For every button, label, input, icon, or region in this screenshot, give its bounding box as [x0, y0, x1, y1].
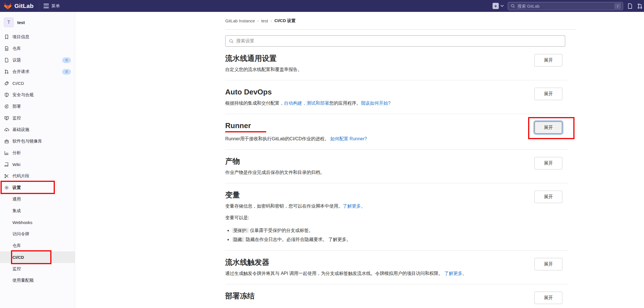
section-title: 产物: [225, 156, 508, 166]
gear-icon: [4, 185, 9, 190]
configure-runner-link[interactable]: 如何配置 Runner?: [330, 136, 367, 141]
slash-shortcut-key: /: [614, 3, 621, 9]
deploy-icon: [4, 104, 9, 109]
plus-icon: +: [493, 3, 499, 9]
sidebar-item-monitor[interactable]: 监控: [0, 112, 75, 124]
settings-search-box[interactable]: [225, 35, 565, 47]
sidebar-item-settings[interactable]: 设置: [0, 182, 75, 193]
issues-icon: [4, 58, 9, 63]
section-auto-devops: Auto DevOps 根据持续的集成和交付配置，自动构建，测试和部署您的应用程…: [225, 80, 568, 114]
section-pipeline-triggers: 流水线触发器 通过生成触发令牌并将其与 API 调用一起使用，为分支或标签触发流…: [225, 251, 568, 284]
search-icon: [229, 39, 234, 44]
section-title: 部署冻结: [225, 291, 508, 301]
section-runner: Runner Runner用于接收和执行GitLab的CI/CD作业的进程。 如…: [225, 114, 568, 150]
protected-badge: 受保护:: [232, 228, 249, 233]
sidebar-subitem-monitor[interactable]: 监控: [0, 263, 75, 275]
breadcrumb-root[interactable]: GitLab Instance: [225, 18, 255, 23]
sidebar-subitem-access-tokens[interactable]: 访问令牌: [0, 228, 75, 240]
sidebar-subitem-webhooks[interactable]: Webhooks: [0, 217, 75, 228]
scissors-icon: [4, 174, 9, 178]
merge-requests-icon[interactable]: [637, 3, 643, 9]
breadcrumb-divider: [225, 29, 576, 30]
section-variables: 变量 变量存储信息，如密码和密钥，您可以在作业脚本中使用。了解更多。 变量可以是…: [225, 183, 568, 251]
sidebar-item-issues[interactable]: 议题 0: [0, 54, 75, 66]
expand-button[interactable]: 展开: [534, 191, 562, 203]
global-search-input[interactable]: [515, 4, 614, 8]
learn-more-link[interactable]: 了解更多。: [328, 237, 351, 242]
sidebar-item-infrastructure[interactable]: 基础设施: [0, 124, 75, 135]
merge-request-icon: [4, 69, 9, 74]
chart-icon: [4, 150, 9, 155]
gitlab-tanuki-icon: [4, 2, 12, 10]
sidebar-subitem-repository[interactable]: 仓库: [0, 240, 75, 251]
search-icon: [511, 4, 515, 8]
section-artifacts: 产物 作业产物是作业完成后保存的文件和目录的归档。 展开: [225, 150, 568, 183]
issues-icon[interactable]: [627, 3, 633, 9]
section-title: 流水线触发器: [225, 257, 508, 267]
sidebar-item-security[interactable]: 安全与合规: [0, 89, 75, 101]
project-header[interactable]: T test: [0, 15, 75, 31]
sidebar-subitem-general[interactable]: 通用: [0, 193, 75, 205]
breadcrumb: GitLab Instance › test › CI/CD 设置: [225, 18, 568, 23]
issues-count-badge: 0: [62, 57, 71, 63]
sidebar-item-wiki[interactable]: Wiki: [0, 159, 75, 170]
project-name: test: [17, 20, 25, 25]
expand-button[interactable]: 展开: [534, 54, 562, 66]
breadcrumb-current: CI/CD 设置: [274, 18, 296, 23]
new-item-dropdown[interactable]: +: [493, 3, 504, 9]
cloud-gear-icon: [4, 127, 9, 132]
chevron-right-icon: ›: [257, 19, 259, 23]
list-item: 受保护: 仅暴露于受保护的分支或标签。: [232, 227, 508, 234]
section-title: 流水线通用设置: [225, 53, 508, 63]
sidebar-item-merge-requests[interactable]: 合并请求 0: [0, 66, 75, 77]
sidebar-item-packages[interactable]: 软件包与镜像库: [0, 135, 75, 147]
project-sidebar: T test 项目信息 仓库 议题 0 合并请求 0 CI/CD 安全与合规: [0, 12, 75, 308]
sidebar-item-repository[interactable]: 仓库: [0, 43, 75, 54]
chevron-down-icon: [500, 5, 504, 7]
merge-requests-count-badge: 0: [62, 69, 71, 75]
expand-button[interactable]: 展开: [534, 157, 562, 169]
project-info-icon: [4, 35, 9, 39]
section-title: Auto DevOps: [225, 87, 508, 97]
auto-devops-link[interactable]: 自动构建，测试和部署: [284, 101, 329, 105]
list-item: 隐藏: 隐藏在作业日志中。必须符合隐藏要求。 了解更多。: [232, 236, 508, 243]
brand-name: GitLab: [14, 3, 34, 9]
expand-button-runner[interactable]: 展开: [534, 121, 562, 134]
variables-subheading: 变量可以是:: [225, 215, 508, 221]
how-to-start-link[interactable]: 我该如何开始?: [361, 101, 391, 105]
sidebar-subitem-cicd[interactable]: CI/CD: [0, 251, 75, 263]
package-icon: [4, 139, 9, 144]
section-deploy-freeze: 部署冻结 展开: [225, 284, 568, 308]
top-navbar: GitLab 菜单 + /: [0, 0, 644, 12]
sidebar-item-analytics[interactable]: 分析: [0, 147, 75, 159]
menu-button[interactable]: 菜单: [39, 0, 64, 12]
variables-list: 受保护: 仅暴露于受保护的分支或标签。 隐藏: 隐藏在作业日志中。必须符合隐藏要…: [232, 227, 508, 243]
breadcrumb-project[interactable]: test: [261, 18, 268, 23]
section-title: 变量: [225, 190, 508, 200]
section-pipeline-general: 流水线通用设置 自定义您的流水线配置和覆盖率报告。 展开: [225, 47, 568, 80]
menu-label: 菜单: [51, 3, 60, 9]
chevron-right-icon: ›: [271, 19, 272, 23]
global-search-box[interactable]: /: [508, 2, 623, 10]
sidebar-item-snippets[interactable]: 代码片段: [0, 170, 75, 182]
learn-more-link[interactable]: 了解更多。: [444, 271, 467, 276]
sidebar-item-project-info[interactable]: 项目信息: [0, 31, 75, 43]
masked-badge: 隐藏:: [232, 237, 244, 242]
project-avatar: T: [4, 18, 14, 27]
repository-icon: [4, 46, 9, 51]
sidebar-item-deployments[interactable]: 部署: [0, 101, 75, 112]
sidebar-subitem-usage-quotas[interactable]: 使用量配额: [0, 275, 75, 286]
sidebar-item-cicd[interactable]: CI/CD: [0, 77, 75, 89]
expand-button[interactable]: 展开: [534, 292, 562, 304]
section-title: Runner: [225, 121, 508, 130]
hamburger-icon: [44, 4, 49, 8]
shield-icon: [4, 92, 9, 97]
learn-more-link[interactable]: 了解更多。: [343, 204, 365, 208]
settings-search-input[interactable]: [234, 38, 561, 44]
sidebar-subitem-integrations[interactable]: 集成: [0, 205, 75, 217]
expand-button[interactable]: 展开: [534, 88, 562, 100]
expand-button[interactable]: 展开: [534, 258, 562, 270]
monitor-icon: [4, 116, 9, 120]
gitlab-logo[interactable]: GitLab: [0, 0, 39, 12]
book-icon: [4, 162, 9, 167]
